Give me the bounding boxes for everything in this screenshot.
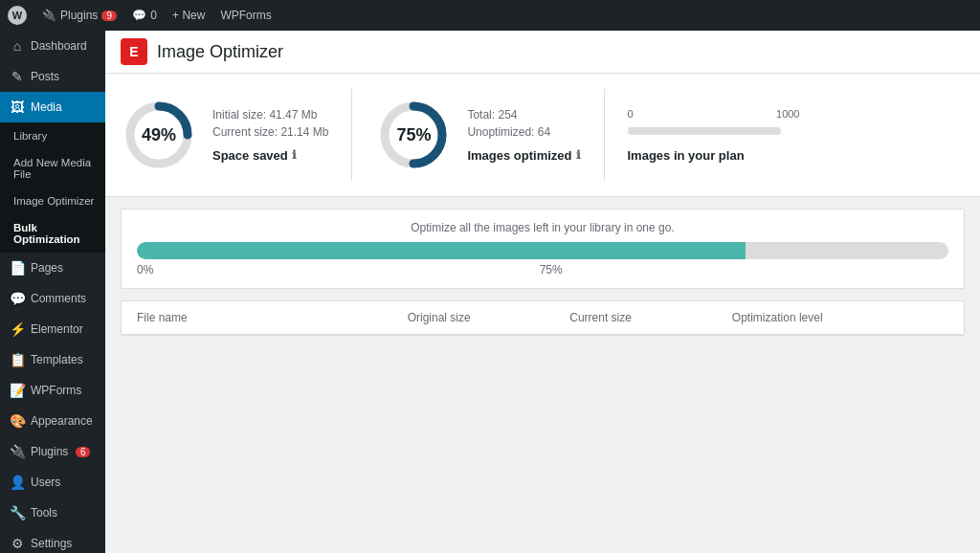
donut-images-optimized: 75% bbox=[375, 97, 452, 173]
sidebar-item-bulk-optimization[interactable]: Bulk Optimization bbox=[0, 214, 105, 253]
sidebar-item-pages[interactable]: 📄 Pages bbox=[0, 253, 105, 283]
admin-bar: W 🔌 Plugins 9 💬 0 + New WPForms bbox=[0, 0, 980, 31]
donut-percent-images-optimized: 75% bbox=[396, 125, 431, 145]
stat-label-images-in-plan: Images in your plan bbox=[628, 148, 800, 163]
stat-initial-size: Initial size: 41.47 Mb bbox=[212, 108, 328, 122]
sidebar-item-appearance[interactable]: 🎨 Appearance bbox=[0, 406, 105, 436]
sidebar-item-add-new-media[interactable]: Add New Media File bbox=[0, 149, 105, 188]
progress-bar bbox=[137, 242, 948, 259]
sidebar-item-comments[interactable]: 💬 Comments bbox=[0, 283, 105, 314]
stat-card-images-in-plan: 0 1000 Images in your plan bbox=[628, 89, 800, 181]
donut-percent-space-saved: 49% bbox=[142, 125, 176, 145]
col-filename: File name bbox=[137, 311, 408, 324]
page-header-icon: E bbox=[121, 38, 147, 65]
sidebar-item-settings[interactable]: ⚙ Settings bbox=[0, 528, 105, 553]
sidebar-item-templates[interactable]: 📋 Templates bbox=[0, 344, 105, 375]
stats-row: 49% Initial size: 41.47 Mb Current size:… bbox=[105, 74, 980, 197]
sidebar-item-users[interactable]: 👤 Users bbox=[0, 467, 105, 498]
stat-bar-track bbox=[628, 127, 781, 135]
comments-sidebar-icon: 💬 bbox=[10, 291, 25, 306]
progress-labels: 0% 75% bbox=[137, 263, 948, 276]
admin-bar-wpforms[interactable]: WPForms bbox=[220, 9, 271, 22]
sidebar-item-plugins[interactable]: 🔌 Plugins 6 bbox=[0, 436, 105, 467]
tools-icon: 🔧 bbox=[10, 505, 25, 520]
main-content: E Image Optimizer 49% Initial size: bbox=[105, 31, 980, 553]
optimize-section: Optimize all the images left in your lib… bbox=[121, 209, 965, 289]
plugins-icon: 🔌 bbox=[42, 9, 56, 22]
elementor-icon: ⚡ bbox=[10, 321, 25, 337]
plugins-badge: 9 bbox=[101, 11, 117, 21]
layout: ⌂ Dashboard ✎ Posts 🖼 Media Library Add … bbox=[0, 31, 980, 553]
stat-card-space-saved: 49% Initial size: 41.47 Mb Current size:… bbox=[121, 89, 352, 181]
wp-logo-icon: W bbox=[8, 6, 27, 25]
media-icon: 🖼 bbox=[10, 100, 25, 115]
appearance-icon: 🎨 bbox=[10, 413, 25, 429]
admin-bar-plugins[interactable]: 🔌 Plugins 9 bbox=[42, 9, 117, 22]
optimize-hint: Optimize all the images left in your lib… bbox=[137, 221, 948, 234]
posts-icon: ✎ bbox=[10, 69, 25, 84]
sidebar-item-image-optimizer[interactable]: Image Optimizer bbox=[0, 188, 105, 214]
sidebar-item-library[interactable]: Library bbox=[0, 122, 105, 149]
plugins-sidebar-badge: 6 bbox=[76, 447, 90, 457]
stat-label-images-optimized: Images optimized ℹ bbox=[467, 148, 580, 163]
sidebar-item-media[interactable]: 🖼 Media bbox=[0, 92, 105, 122]
wpforms-icon: 📝 bbox=[10, 383, 25, 398]
sidebar-item-wpforms[interactable]: 📝 WPForms bbox=[0, 375, 105, 406]
stat-current-size: Current size: 21.14 Mb bbox=[212, 125, 328, 139]
info-icon-images-optimized[interactable]: ℹ bbox=[576, 148, 581, 162]
table-header: File name Original size Current size Opt… bbox=[122, 301, 964, 335]
stat-unoptimized: Unoptimized: 64 bbox=[467, 125, 580, 139]
stat-label-space-saved: Space saved ℹ bbox=[212, 148, 328, 163]
templates-icon: 📋 bbox=[10, 352, 25, 367]
admin-bar-wp-logo[interactable]: W bbox=[8, 6, 27, 25]
col-optimization-level: Optimization level bbox=[732, 311, 948, 324]
page-title: Image Optimizer bbox=[157, 42, 283, 62]
progress-center-label: 75% bbox=[540, 263, 563, 276]
users-icon: 👤 bbox=[10, 475, 25, 490]
stat-total: Total: 254 bbox=[467, 108, 580, 122]
stat-card-images-optimized: 75% Total: 254 Unoptimized: 64 Images op… bbox=[375, 89, 604, 181]
media-submenu: Library Add New Media File Image Optimiz… bbox=[0, 122, 105, 253]
col-current-size: Current size bbox=[569, 311, 732, 324]
sidebar-item-dashboard[interactable]: ⌂ Dashboard bbox=[0, 31, 105, 61]
sidebar: ⌂ Dashboard ✎ Posts 🖼 Media Library Add … bbox=[0, 31, 105, 553]
active-indicator bbox=[102, 92, 105, 122]
admin-bar-new[interactable]: + New bbox=[172, 9, 205, 22]
pages-icon: 📄 bbox=[10, 260, 25, 276]
stat-info-space-saved: Initial size: 41.47 Mb Current size: 21.… bbox=[212, 108, 328, 163]
sidebar-item-tools[interactable]: 🔧 Tools bbox=[0, 498, 105, 528]
comments-icon: 💬 bbox=[132, 9, 146, 22]
stat-bar-labels: 0 1000 bbox=[628, 108, 800, 120]
plugins-sidebar-icon: 🔌 bbox=[10, 444, 25, 459]
stat-info-images-optimized: Total: 254 Unoptimized: 64 Images optimi… bbox=[467, 108, 580, 163]
donut-space-saved: 49% bbox=[121, 97, 197, 173]
col-original-size: Original size bbox=[408, 311, 570, 324]
dashboard-icon: ⌂ bbox=[10, 38, 25, 54]
progress-bar-fill bbox=[137, 242, 746, 259]
sidebar-item-elementor[interactable]: ⚡ Elementor bbox=[0, 314, 105, 344]
info-icon-space-saved[interactable]: ℹ bbox=[292, 148, 297, 162]
admin-bar-comments[interactable]: 💬 0 bbox=[132, 9, 157, 22]
settings-icon: ⚙ bbox=[10, 536, 25, 551]
page-header: E Image Optimizer bbox=[105, 31, 980, 74]
table-section: File name Original size Current size Opt… bbox=[121, 300, 965, 336]
sidebar-item-posts[interactable]: ✎ Posts bbox=[0, 61, 105, 92]
